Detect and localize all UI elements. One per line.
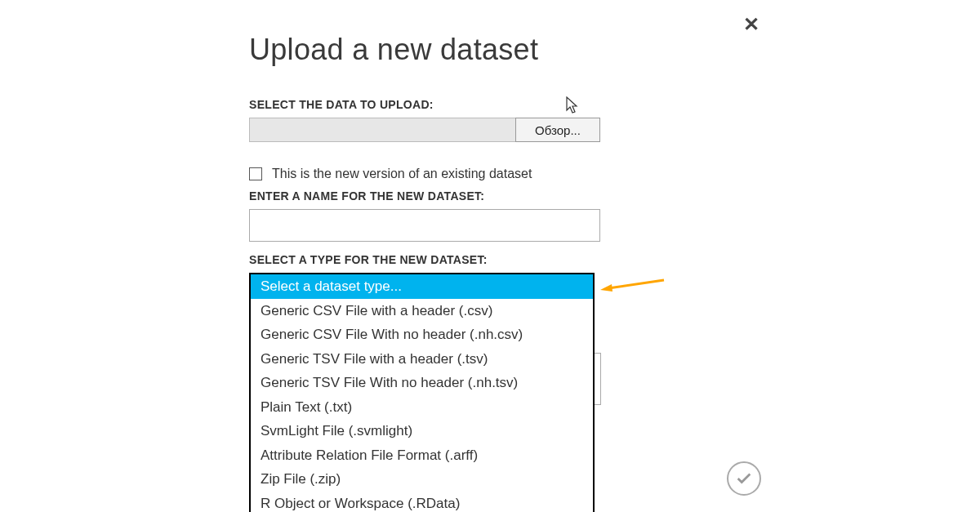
type-option-txt[interactable]: Plain Text (.txt) [251, 395, 593, 420]
dialog-title: Upload a new dataset [249, 33, 772, 67]
type-option-arff[interactable]: Attribute Relation File Format (.arff) [251, 443, 593, 468]
type-option-tsv-noheader[interactable]: Generic TSV File With no header (.nh.tsv… [251, 371, 593, 395]
dataset-type-listbox: Select a dataset type... Generic CSV Fil… [249, 273, 595, 512]
type-option-csv-noheader[interactable]: Generic CSV File With no header (.nh.csv… [251, 323, 593, 347]
checkmark-icon [735, 470, 753, 488]
select-data-label: SELECT THE DATA TO UPLOAD: [249, 98, 772, 111]
select-type-label: SELECT A TYPE FOR THE NEW DATASET: [249, 253, 772, 266]
upload-dataset-dialog: Upload a new dataset SELECT THE DATA TO … [249, 33, 772, 512]
type-option-placeholder[interactable]: Select a dataset type... [251, 274, 593, 299]
dropdown-native-edge [595, 353, 601, 405]
type-option-rdata[interactable]: R Object or Workspace (.RData) [251, 492, 593, 513]
enter-name-label: ENTER A NAME FOR THE NEW DATASET: [249, 189, 772, 203]
dataset-type-dropdown[interactable]: Select a dataset type... Generic CSV Fil… [249, 273, 600, 512]
type-option-csv-header[interactable]: Generic CSV File with a header (.csv) [251, 299, 593, 323]
confirm-button[interactable] [727, 461, 761, 496]
new-version-checkbox[interactable] [249, 167, 262, 180]
file-picker-row: Обзор... [249, 118, 600, 142]
file-path-input[interactable] [249, 118, 515, 142]
type-option-tsv-header[interactable]: Generic TSV File with a header (.tsv) [251, 347, 593, 372]
browse-button[interactable]: Обзор... [515, 118, 600, 142]
type-option-svmlight[interactable]: SvmLight File (.svmlight) [251, 419, 593, 443]
type-option-zip[interactable]: Zip File (.zip) [251, 467, 593, 492]
version-checkbox-row: This is the new version of an existing d… [249, 167, 772, 181]
new-version-checkbox-label: This is the new version of an existing d… [272, 167, 532, 181]
dataset-name-input[interactable] [249, 209, 600, 242]
